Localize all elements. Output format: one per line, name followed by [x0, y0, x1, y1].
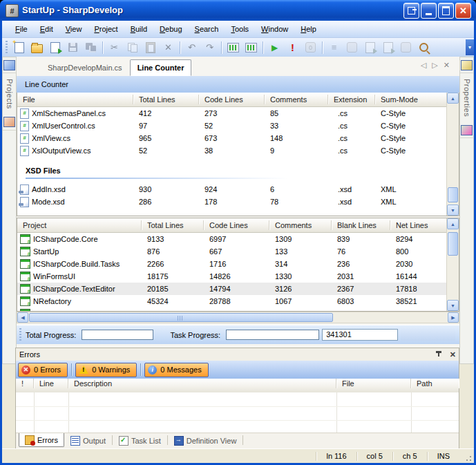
- tab-errors[interactable]: Errors: [19, 433, 64, 447]
- errors-table-header[interactable]: ! Line Description File Path: [16, 379, 459, 393]
- toggle-desktop-button[interactable]: [403, 3, 419, 19]
- tab-scroll-left-icon[interactable]: ◁: [421, 61, 426, 70]
- col-description[interactable]: Description: [68, 379, 336, 388]
- col-file[interactable]: File: [336, 379, 411, 388]
- tab-definition-view[interactable]: Definition View: [168, 433, 243, 448]
- table-row[interactable]: #XmlSchemasPanel.cs 412 273 85 .cs C-Sty…: [17, 107, 447, 120]
- col-severity[interactable]: !: [16, 379, 34, 388]
- properties-pad-button[interactable]: [460, 57, 473, 73]
- scroll-up-icon[interactable]: ▲: [447, 218, 459, 229]
- scrollbar-thumb[interactable]: [29, 313, 333, 322]
- rebuild-solution-button[interactable]: [242, 39, 260, 55]
- delete-icon: ✕: [164, 43, 172, 52]
- messages-filter-button[interactable]: i 0 Messages: [144, 363, 208, 377]
- search-button[interactable]: [415, 39, 432, 55]
- scroll-down-icon[interactable]: ▼: [447, 300, 459, 311]
- menu-help[interactable]: Help: [294, 23, 323, 35]
- projects-horizontal-scrollbar[interactable]: ◀ ▶: [17, 312, 459, 323]
- build-solution-button[interactable]: [225, 39, 242, 55]
- menu-file[interactable]: File: [9, 23, 34, 35]
- table-row[interactable]: AddIn.xsd 930 924 6 .xsd XML: [17, 183, 447, 196]
- run-button[interactable]: ▶: [266, 39, 283, 55]
- table-row[interactable]: StartUp 876 667 133 76 800: [17, 245, 447, 258]
- menu-view[interactable]: View: [59, 23, 88, 35]
- tools-pad-button[interactable]: [3, 115, 16, 131]
- col-extension[interactable]: Extension: [328, 95, 375, 104]
- scrollbar-thumb[interactable]: [448, 232, 458, 256]
- colors-pad-button[interactable]: [460, 122, 473, 138]
- open-with-button[interactable]: [46, 39, 64, 55]
- col-code-lines[interactable]: Code Lines: [199, 95, 265, 104]
- col-total-lines[interactable]: Total Lines: [142, 220, 204, 230]
- col-path[interactable]: Path: [411, 379, 459, 388]
- errors-count-label: 0 Errors: [34, 366, 61, 374]
- maximize-button[interactable]: [438, 3, 454, 19]
- new-file-button[interactable]: [10, 39, 28, 55]
- col-sum-mode[interactable]: Sum-Mode: [375, 95, 447, 104]
- scroll-right-icon[interactable]: ▶: [448, 312, 459, 323]
- table-row[interactable]: WinFormsUI 18175 14826 1330 2031 16144: [17, 270, 447, 283]
- col-code-lines[interactable]: Code Lines: [204, 220, 269, 230]
- tab-sharpdevelopmain[interactable]: SharpDevelopMain.cs: [40, 59, 130, 76]
- abort-button[interactable]: !: [284, 39, 301, 55]
- tab-line-counter[interactable]: Line Counter: [130, 59, 192, 76]
- col-project[interactable]: Project: [17, 220, 142, 230]
- scrollbar-thumb[interactable]: [448, 187, 458, 202]
- col-file[interactable]: File: [17, 95, 133, 104]
- col-net-lines[interactable]: Net Lines: [390, 220, 447, 230]
- scroll-left-icon[interactable]: ◀: [17, 312, 28, 323]
- projects-pad-label[interactable]: Projects: [6, 79, 14, 109]
- progress-toolbar-grip[interactable]: [19, 328, 21, 341]
- table-row[interactable]: #XmlUserControl.cs 97 52 33 .cs C-Style: [17, 120, 447, 132]
- menu-search[interactable]: Search: [189, 23, 225, 35]
- close-button[interactable]: ✕: [455, 3, 471, 19]
- table-row[interactable]: ICSharpCode.Core 9133 6997 1309 839 8294: [17, 233, 447, 245]
- projects-pad-button[interactable]: [3, 57, 16, 73]
- scroll-down-icon[interactable]: ▼: [447, 205, 459, 216]
- pin-icon[interactable]: [435, 351, 443, 359]
- menu-window[interactable]: Window: [255, 23, 294, 35]
- menu-debug[interactable]: Debug: [153, 23, 188, 35]
- files-vertical-scrollbar[interactable]: ▲ ▼: [446, 93, 459, 216]
- minimize-button[interactable]: [421, 3, 437, 19]
- table-row-highlighted[interactable]: ICSharpCode.TextEditor 20185 14794 3126 …: [17, 283, 447, 295]
- table-row[interactable]: #XslOutputView.cs 52 38 9 .cs C-Style: [17, 144, 447, 157]
- tab-output[interactable]: Output: [64, 433, 112, 448]
- menu-tools[interactable]: Tools: [225, 23, 255, 35]
- errors-filter-button[interactable]: ✕ 0 Errors: [18, 363, 68, 377]
- title-bar[interactable]: # StartUp - SharpDevelop ✕: [0, 0, 476, 21]
- table-row[interactable]: ICSharpCode.Build.Tasks 2266 1716 314 23…: [17, 258, 447, 270]
- tab-close-icon[interactable]: ✕: [444, 61, 450, 70]
- scroll-up-icon[interactable]: ▲: [447, 93, 459, 104]
- projects-vertical-scrollbar[interactable]: ▲ ▼: [446, 218, 459, 311]
- table-row[interactable]: #XmlView.cs 965 673 148 .cs C-Style: [17, 132, 447, 144]
- menu-project[interactable]: Project: [88, 23, 124, 35]
- toolbar-overflow-button[interactable]: ▾: [466, 39, 474, 55]
- toolbar-grip[interactable]: [6, 41, 8, 55]
- table-row[interactable]: Mode.xsd 286 178 78 .xsd XML: [17, 196, 447, 208]
- tab-task-list[interactable]: Task List: [113, 433, 167, 448]
- grid-line: [68, 392, 69, 435]
- errors-table-body[interactable]: [16, 392, 459, 435]
- table-row-clipped[interactable]: ReportRunner 3371 1413 414 373 2998: [17, 307, 447, 311]
- col-line[interactable]: Line: [34, 379, 68, 388]
- col-total-lines[interactable]: Total Lines: [133, 95, 199, 104]
- menu-build[interactable]: Build: [124, 23, 153, 35]
- files-table-panel: File Total Lines Code Lines Comments Ext…: [17, 93, 459, 216]
- definition-view-tab-icon: [174, 436, 184, 446]
- col-blank-lines[interactable]: Blank Lines: [332, 220, 390, 230]
- resize-grip[interactable]: [464, 453, 473, 462]
- open-button[interactable]: [28, 39, 46, 55]
- menu-edit[interactable]: Edit: [34, 23, 59, 35]
- warnings-filter-button[interactable]: ! 0 Warnings: [75, 363, 137, 377]
- compile-file-button: [379, 39, 397, 55]
- build-file-button: [361, 39, 379, 55]
- panel-close-icon[interactable]: ✕: [450, 350, 456, 359]
- col-comments[interactable]: Comments: [265, 95, 328, 104]
- projects-table-header[interactable]: Project Total Lines Code Lines Comments …: [17, 218, 447, 233]
- col-comments[interactable]: Comments: [269, 220, 332, 230]
- files-table-header[interactable]: File Total Lines Code Lines Comments Ext…: [17, 93, 447, 107]
- tab-scroll-right-icon[interactable]: ▷: [432, 61, 437, 70]
- properties-pad-label[interactable]: Properties: [463, 79, 471, 117]
- table-row[interactable]: NRefactory 45324 28788 1067 6803 38521: [17, 295, 447, 307]
